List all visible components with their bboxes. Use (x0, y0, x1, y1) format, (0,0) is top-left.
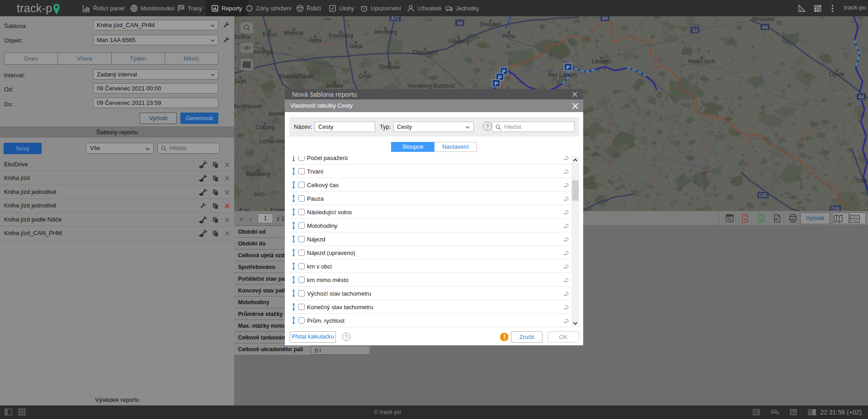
svg-text:x: x (760, 217, 762, 221)
svg-text:A: A (744, 217, 746, 221)
